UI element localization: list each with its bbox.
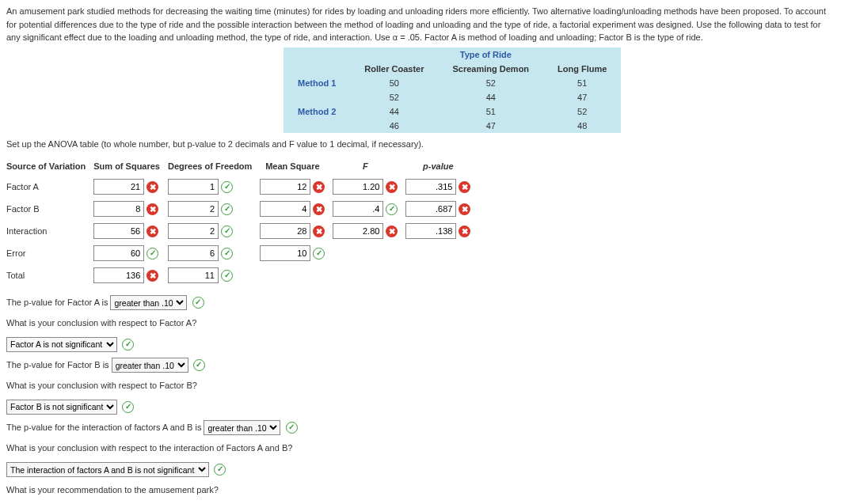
row-label: Total (6, 267, 93, 283)
hdr-p: p-value (405, 161, 478, 172)
check-icon: ✓ (221, 203, 233, 215)
recommendation-question: What is your recommendation to the amuse… (6, 482, 835, 498)
f-input[interactable] (333, 201, 383, 217)
x-icon: ✖ (313, 181, 325, 193)
check-icon: ✓ (214, 464, 226, 476)
p-input[interactable] (405, 223, 456, 239)
col-screaming-demon: Screaming Demon (438, 62, 543, 76)
hdr-df: Degrees of Freedom (168, 161, 260, 172)
hdr-ms: Mean Square (260, 161, 333, 172)
df-input[interactable] (168, 179, 219, 195)
x-icon: ✖ (386, 181, 398, 193)
col-roller-coaster: Roller Coaster (350, 62, 438, 76)
df-input[interactable] (168, 201, 219, 217)
check-icon: ✓ (313, 248, 325, 260)
ms-input[interactable] (260, 245, 310, 261)
p-input[interactable] (405, 201, 456, 217)
p-factor-b-text: The p-value for Factor B is (6, 360, 109, 369)
p-interaction-select[interactable]: greater than .10 (204, 420, 280, 435)
ss-input[interactable] (93, 223, 144, 239)
f-input[interactable] (333, 179, 383, 195)
check-icon: ✓ (386, 203, 398, 215)
method-2-label: Method 2 (284, 104, 350, 119)
ss-input[interactable] (93, 267, 144, 283)
p-factor-a-select[interactable]: greater than .10 (110, 295, 187, 310)
hdr-ss: Sum of Squares (93, 161, 168, 172)
x-icon: ✖ (386, 225, 398, 237)
row-label: Factor B (6, 201, 93, 217)
check-icon: ✓ (221, 225, 233, 237)
x-icon: ✖ (313, 225, 325, 237)
method-1-label: Method 1 (284, 76, 350, 90)
ss-input[interactable] (93, 179, 144, 195)
setup-instruction: Set up the ANOVA table (to whole number,… (6, 139, 835, 149)
x-icon: ✖ (147, 270, 158, 282)
ms-input[interactable] (260, 179, 310, 195)
hdr-f: F (333, 161, 405, 172)
x-icon: ✖ (459, 181, 470, 193)
type-of-ride-header: Type of Ride (350, 47, 621, 62)
col-long-flume: Long Flume (543, 62, 621, 76)
check-icon: ✓ (221, 270, 233, 282)
df-input[interactable] (168, 267, 219, 283)
problem-statement: An amusement park studied methods for de… (6, 5, 835, 44)
p-factor-b-select[interactable]: greater than .10 (112, 358, 188, 373)
row-label: Interaction (6, 223, 93, 239)
check-icon: ✓ (221, 181, 233, 193)
ss-input[interactable] (93, 201, 144, 217)
p-interaction-text: The p-value for the interaction of facto… (6, 423, 201, 432)
ms-input[interactable] (260, 223, 310, 239)
conclusion-ab-select[interactable]: The interaction of factors A and B is no… (6, 462, 209, 477)
hdr-source: Source of Variation (6, 161, 93, 172)
check-icon: ✓ (192, 297, 204, 309)
df-input[interactable] (168, 223, 219, 239)
x-icon: ✖ (459, 203, 470, 215)
row-label: Factor A (6, 179, 93, 195)
df-input[interactable] (168, 245, 219, 261)
f-input[interactable] (333, 223, 383, 239)
check-icon: ✓ (193, 359, 205, 371)
row-label: Error (6, 245, 93, 261)
x-icon: ✖ (147, 181, 158, 193)
check-icon: ✓ (122, 401, 134, 413)
x-icon: ✖ (313, 203, 325, 215)
x-icon: ✖ (147, 203, 158, 215)
check-icon: ✓ (147, 248, 158, 260)
conclusion-a-question: What is your conclusion with respect to … (6, 315, 835, 331)
conclusion-ab-question: What is your conclusion with respect to … (6, 440, 835, 456)
anova-table: Source of Variation Sum of Squares Degre… (6, 155, 478, 290)
check-icon: ✓ (286, 422, 298, 434)
conclusion-b-select[interactable]: Factor B is not significant (6, 400, 117, 415)
ss-input[interactable] (93, 245, 144, 261)
x-icon: ✖ (147, 225, 158, 237)
p-input[interactable] (405, 179, 456, 195)
ms-input[interactable] (260, 201, 310, 217)
p-factor-a-text: The p-value for Factor A is (6, 297, 108, 307)
x-icon: ✖ (459, 225, 470, 237)
conclusion-b-question: What is your conclusion with respect to … (6, 377, 835, 393)
check-icon: ✓ (221, 248, 233, 260)
data-table: Type of Ride Roller Coaster Screaming De… (284, 47, 621, 133)
check-icon: ✓ (122, 339, 134, 351)
conclusion-a-select[interactable]: Factor A is not significant (6, 337, 117, 352)
